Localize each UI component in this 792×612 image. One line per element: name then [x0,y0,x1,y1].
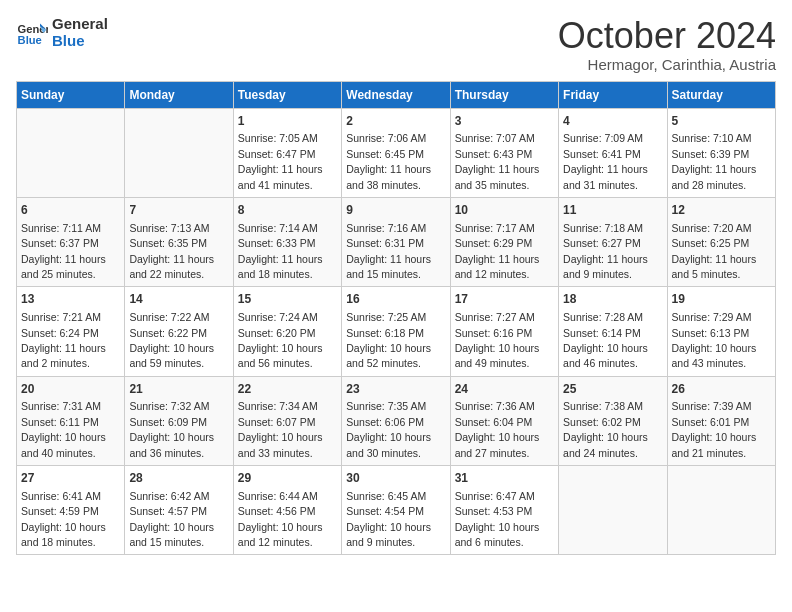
day-info: Sunrise: 7:10 AM Sunset: 6:39 PM Dayligh… [672,132,757,190]
day-cell: 14Sunrise: 7:22 AM Sunset: 6:22 PM Dayli… [125,287,233,376]
day-cell: 22Sunrise: 7:34 AM Sunset: 6:07 PM Dayli… [233,376,341,465]
day-number: 2 [346,113,445,130]
day-cell: 16Sunrise: 7:25 AM Sunset: 6:18 PM Dayli… [342,287,450,376]
day-cell: 19Sunrise: 7:29 AM Sunset: 6:13 PM Dayli… [667,287,775,376]
day-number: 19 [672,291,771,308]
week-row-0: 1Sunrise: 7:05 AM Sunset: 6:47 PM Daylig… [17,108,776,197]
day-cell [17,108,125,197]
week-row-4: 27Sunrise: 6:41 AM Sunset: 4:59 PM Dayli… [17,466,776,555]
day-number: 6 [21,202,120,219]
day-info: Sunrise: 7:18 AM Sunset: 6:27 PM Dayligh… [563,222,648,280]
day-cell [667,466,775,555]
day-info: Sunrise: 7:14 AM Sunset: 6:33 PM Dayligh… [238,222,323,280]
header-cell-thursday: Thursday [450,81,558,108]
day-cell: 27Sunrise: 6:41 AM Sunset: 4:59 PM Dayli… [17,466,125,555]
day-info: Sunrise: 6:42 AM Sunset: 4:57 PM Dayligh… [129,490,214,548]
week-row-1: 6Sunrise: 7:11 AM Sunset: 6:37 PM Daylig… [17,197,776,286]
day-number: 24 [455,381,554,398]
day-number: 13 [21,291,120,308]
day-cell: 23Sunrise: 7:35 AM Sunset: 6:06 PM Dayli… [342,376,450,465]
calendar-header: SundayMondayTuesdayWednesdayThursdayFrid… [17,81,776,108]
day-cell: 26Sunrise: 7:39 AM Sunset: 6:01 PM Dayli… [667,376,775,465]
day-info: Sunrise: 7:17 AM Sunset: 6:29 PM Dayligh… [455,222,540,280]
day-cell: 2Sunrise: 7:06 AM Sunset: 6:45 PM Daylig… [342,108,450,197]
day-info: Sunrise: 7:32 AM Sunset: 6:09 PM Dayligh… [129,400,214,458]
day-number: 9 [346,202,445,219]
header-cell-sunday: Sunday [17,81,125,108]
day-info: Sunrise: 7:36 AM Sunset: 6:04 PM Dayligh… [455,400,540,458]
day-cell: 8Sunrise: 7:14 AM Sunset: 6:33 PM Daylig… [233,197,341,286]
day-number: 25 [563,381,662,398]
day-info: Sunrise: 7:20 AM Sunset: 6:25 PM Dayligh… [672,222,757,280]
day-cell: 1Sunrise: 7:05 AM Sunset: 6:47 PM Daylig… [233,108,341,197]
day-info: Sunrise: 7:34 AM Sunset: 6:07 PM Dayligh… [238,400,323,458]
day-number: 14 [129,291,228,308]
calendar-table: SundayMondayTuesdayWednesdayThursdayFrid… [16,81,776,556]
day-cell: 9Sunrise: 7:16 AM Sunset: 6:31 PM Daylig… [342,197,450,286]
day-cell: 25Sunrise: 7:38 AM Sunset: 6:02 PM Dayli… [559,376,667,465]
day-number: 26 [672,381,771,398]
day-cell: 12Sunrise: 7:20 AM Sunset: 6:25 PM Dayli… [667,197,775,286]
day-cell: 7Sunrise: 7:13 AM Sunset: 6:35 PM Daylig… [125,197,233,286]
day-number: 18 [563,291,662,308]
day-number: 29 [238,470,337,487]
day-info: Sunrise: 7:09 AM Sunset: 6:41 PM Dayligh… [563,132,648,190]
day-number: 10 [455,202,554,219]
day-cell: 6Sunrise: 7:11 AM Sunset: 6:37 PM Daylig… [17,197,125,286]
page-header: General Blue General Blue October 2024 H… [16,16,776,73]
day-number: 12 [672,202,771,219]
header-cell-tuesday: Tuesday [233,81,341,108]
day-number: 7 [129,202,228,219]
day-number: 17 [455,291,554,308]
svg-text:Blue: Blue [18,34,42,46]
day-number: 4 [563,113,662,130]
day-cell: 4Sunrise: 7:09 AM Sunset: 6:41 PM Daylig… [559,108,667,197]
day-cell: 31Sunrise: 6:47 AM Sunset: 4:53 PM Dayli… [450,466,558,555]
day-cell: 13Sunrise: 7:21 AM Sunset: 6:24 PM Dayli… [17,287,125,376]
day-cell: 20Sunrise: 7:31 AM Sunset: 6:11 PM Dayli… [17,376,125,465]
week-row-3: 20Sunrise: 7:31 AM Sunset: 6:11 PM Dayli… [17,376,776,465]
location-subtitle: Hermagor, Carinthia, Austria [558,56,776,73]
day-cell: 29Sunrise: 6:44 AM Sunset: 4:56 PM Dayli… [233,466,341,555]
header-row: SundayMondayTuesdayWednesdayThursdayFrid… [17,81,776,108]
day-cell: 28Sunrise: 6:42 AM Sunset: 4:57 PM Dayli… [125,466,233,555]
day-number: 31 [455,470,554,487]
day-info: Sunrise: 7:07 AM Sunset: 6:43 PM Dayligh… [455,132,540,190]
logo-text-general: General [52,16,108,33]
day-info: Sunrise: 7:35 AM Sunset: 6:06 PM Dayligh… [346,400,431,458]
day-number: 15 [238,291,337,308]
title-block: October 2024 Hermagor, Carinthia, Austri… [558,16,776,73]
header-cell-monday: Monday [125,81,233,108]
day-info: Sunrise: 7:25 AM Sunset: 6:18 PM Dayligh… [346,311,431,369]
day-number: 21 [129,381,228,398]
day-number: 8 [238,202,337,219]
day-number: 16 [346,291,445,308]
day-info: Sunrise: 7:31 AM Sunset: 6:11 PM Dayligh… [21,400,106,458]
day-info: Sunrise: 7:22 AM Sunset: 6:22 PM Dayligh… [129,311,214,369]
day-cell: 18Sunrise: 7:28 AM Sunset: 6:14 PM Dayli… [559,287,667,376]
calendar-body: 1Sunrise: 7:05 AM Sunset: 6:47 PM Daylig… [17,108,776,555]
day-info: Sunrise: 6:45 AM Sunset: 4:54 PM Dayligh… [346,490,431,548]
day-cell [559,466,667,555]
day-info: Sunrise: 7:16 AM Sunset: 6:31 PM Dayligh… [346,222,431,280]
day-cell: 30Sunrise: 6:45 AM Sunset: 4:54 PM Dayli… [342,466,450,555]
day-info: Sunrise: 7:06 AM Sunset: 6:45 PM Dayligh… [346,132,431,190]
day-cell: 3Sunrise: 7:07 AM Sunset: 6:43 PM Daylig… [450,108,558,197]
day-cell: 5Sunrise: 7:10 AM Sunset: 6:39 PM Daylig… [667,108,775,197]
day-cell: 24Sunrise: 7:36 AM Sunset: 6:04 PM Dayli… [450,376,558,465]
logo: General Blue General Blue [16,16,108,49]
day-cell: 15Sunrise: 7:24 AM Sunset: 6:20 PM Dayli… [233,287,341,376]
day-info: Sunrise: 7:13 AM Sunset: 6:35 PM Dayligh… [129,222,214,280]
logo-icon: General Blue [16,17,48,49]
day-number: 22 [238,381,337,398]
day-info: Sunrise: 6:44 AM Sunset: 4:56 PM Dayligh… [238,490,323,548]
day-number: 27 [21,470,120,487]
day-info: Sunrise: 7:29 AM Sunset: 6:13 PM Dayligh… [672,311,757,369]
day-cell: 10Sunrise: 7:17 AM Sunset: 6:29 PM Dayli… [450,197,558,286]
day-info: Sunrise: 7:38 AM Sunset: 6:02 PM Dayligh… [563,400,648,458]
day-number: 28 [129,470,228,487]
day-info: Sunrise: 7:39 AM Sunset: 6:01 PM Dayligh… [672,400,757,458]
header-cell-wednesday: Wednesday [342,81,450,108]
day-cell: 17Sunrise: 7:27 AM Sunset: 6:16 PM Dayli… [450,287,558,376]
day-number: 3 [455,113,554,130]
